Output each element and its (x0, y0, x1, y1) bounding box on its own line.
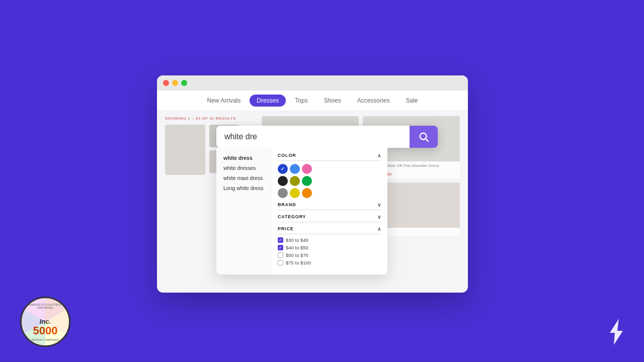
search-input[interactable] (216, 126, 410, 148)
inc-badge: America's Fastest Growing Inc. 5000 Priv… (20, 297, 70, 347)
inc-bottom-text: Private Companies (31, 338, 59, 341)
color-swatch-green[interactable] (302, 176, 312, 186)
color-filter: COLOR ∧ ✓ (278, 153, 381, 198)
suggestions-list: white dress white dresses white maxi dre… (216, 148, 272, 275)
svg-line-1 (426, 139, 429, 142)
price-checkbox-0[interactable]: ✓ (278, 237, 283, 243)
color-swatch-blue-med[interactable] (290, 164, 300, 174)
color-swatches: ✓ (278, 164, 381, 198)
bolt-logo (604, 317, 629, 347)
price-checkbox-1[interactable]: ✓ (278, 245, 283, 250)
search-row (216, 126, 438, 148)
price-range-3-label: $75 to $100 (286, 260, 311, 265)
suggestion-3[interactable]: Long white dress (220, 183, 267, 193)
color-swatch-gray[interactable] (278, 188, 288, 198)
window-maximize-btn[interactable] (181, 80, 187, 86)
browser-nav: New Arrivals Dresses Tops Shoes Accessor… (157, 90, 468, 111)
search-dropdown: white dress white dresses white maxi dre… (216, 148, 387, 275)
nav-new-arrivals[interactable]: New Arrivals (200, 95, 248, 107)
price-chevron[interactable]: ∧ (377, 226, 381, 232)
brand-filter: BRAND ∨ (278, 202, 381, 210)
nav-shoes[interactable]: Shoes (317, 95, 348, 107)
category-filter-header: CATEGORY ∨ (278, 214, 381, 222)
price-range-1-label: $40 to $50 (286, 245, 308, 250)
price-filter-header: PRICE ∧ (278, 226, 381, 234)
search-container: white dress white dresses white maxi dre… (216, 126, 438, 275)
color-swatch-blue[interactable]: ✓ (278, 164, 288, 174)
brand-chevron[interactable]: ∨ (377, 202, 381, 208)
color-swatch-orange[interactable] (302, 188, 312, 198)
color-swatch-pink[interactable] (302, 164, 312, 174)
search-icon (418, 131, 429, 142)
color-swatch-black[interactable] (278, 176, 288, 186)
results-count: SHOWING 1 – 24 OF 41 RESULTS (165, 116, 256, 121)
svg-point-0 (420, 133, 427, 140)
window-minimize-btn[interactable] (172, 80, 178, 86)
left-product-thumb (165, 125, 205, 175)
nav-dresses[interactable]: Dresses (250, 95, 286, 107)
window-close-btn[interactable] (163, 80, 169, 86)
price-range-0-label: $30 to $40 (286, 237, 308, 243)
browser-titlebar (157, 75, 468, 90)
price-range-0: ✓ $30 to $40 (278, 237, 381, 243)
brand-filter-header: BRAND ∨ (278, 202, 381, 210)
price-range-3: $75 to $100 (278, 260, 381, 265)
filter-panel: COLOR ∧ ✓ BRAND (272, 148, 387, 275)
price-label: PRICE (278, 226, 294, 232)
category-label: CATEGORY (278, 214, 306, 220)
bolt-icon (604, 317, 629, 347)
suggestion-1[interactable]: white dresses (220, 163, 267, 173)
nav-tops[interactable]: Tops (288, 95, 314, 107)
color-label: COLOR (278, 153, 296, 158)
price-range-2: $50 to $75 (278, 252, 381, 258)
price-range-2-label: $50 to $75 (286, 252, 308, 258)
color-swatch-yellow[interactable] (290, 176, 300, 186)
color-chevron[interactable]: ∧ (377, 153, 381, 158)
nav-sale[interactable]: Sale (398, 95, 425, 107)
price-checkbox-3[interactable] (278, 260, 283, 265)
inc-top-text: America's Fastest Growing (25, 303, 65, 309)
price-checkbox-2[interactable] (278, 252, 283, 258)
category-filter: CATEGORY ∨ (278, 214, 381, 222)
color-filter-header: COLOR ∧ (278, 153, 381, 161)
price-filter: PRICE ∧ ✓ $30 to $40 ✓ $40 to $50 $50 to… (278, 226, 381, 265)
category-chevron[interactable]: ∨ (377, 214, 381, 220)
search-button[interactable] (410, 126, 438, 148)
inc-circle: America's Fastest Growing Inc. 5000 Priv… (20, 297, 70, 347)
color-swatch-light-yellow[interactable] (290, 188, 300, 198)
nav-accessories[interactable]: Accessories (350, 95, 397, 107)
suggestion-0[interactable]: white dress (220, 153, 267, 163)
price-range-1: ✓ $40 to $50 (278, 245, 381, 250)
brand-label: BRAND (278, 202, 296, 208)
suggestion-2[interactable]: white maxi dress (220, 173, 267, 183)
